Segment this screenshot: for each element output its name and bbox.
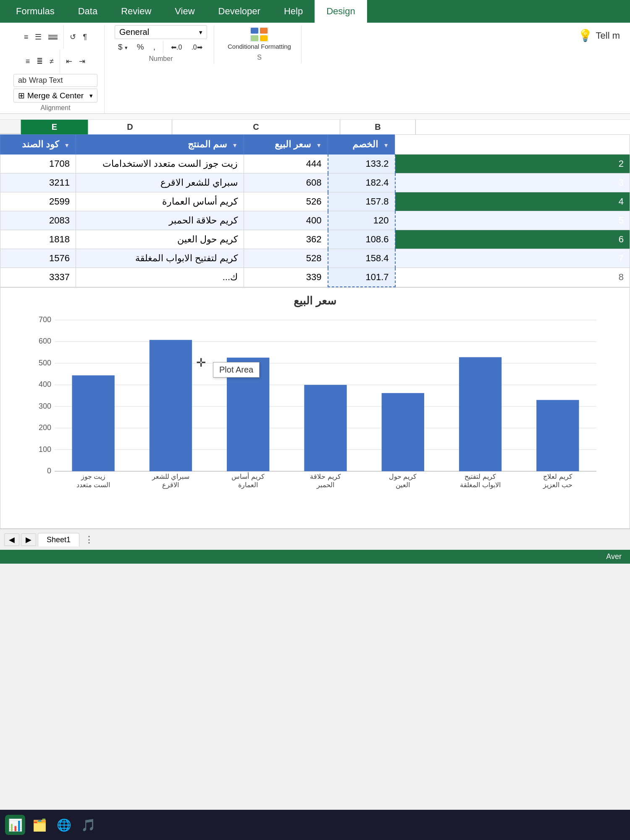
cell-price-3[interactable]: 400 (244, 211, 328, 230)
cell-discount-4[interactable]: 108.6 (328, 230, 395, 249)
cell-product-4[interactable]: كريم حول العين (76, 230, 244, 249)
row-num-7: 7 (395, 249, 630, 268)
sheet-more-button[interactable]: ⋮ (81, 533, 97, 546)
col-header-E[interactable]: E (21, 120, 88, 134)
cell-discount-1[interactable]: 182.4 (328, 173, 395, 192)
percent-button[interactable]: % (134, 41, 147, 53)
bar-1[interactable] (150, 340, 192, 471)
tell-me-section: 💡 Tell m (575, 25, 623, 46)
cell-discount-2[interactable]: 157.8 (328, 192, 395, 211)
svg-text:600: 600 (39, 337, 51, 345)
bar-0[interactable] (72, 375, 114, 471)
dollar-button[interactable]: $ ▾ (115, 41, 131, 53)
filter-arrow-product[interactable]: ▼ (232, 142, 238, 149)
filter-arrow-code[interactable]: ▼ (64, 142, 70, 149)
decrease-indent-button[interactable]: ⇤ (63, 55, 75, 68)
bar-6[interactable] (536, 400, 579, 471)
align-bottom-button[interactable] (46, 33, 60, 41)
tab-developer[interactable]: Developer (207, 0, 272, 23)
ribbon-tabs: Formulas Data Review View Developer Help… (0, 0, 630, 23)
wrap-text-button[interactable]: ab Wrap Text (13, 74, 97, 87)
chart-svg[interactable]: 0100200300400500600700 زيت جوزالست متعدد… (7, 312, 623, 513)
th-discount[interactable]: ▼ الخصم (328, 135, 395, 155)
increase-decimal-button[interactable]: ⬅.0 (168, 42, 185, 53)
cell-price-4[interactable]: 362 (244, 230, 328, 249)
svg-rect-2 (260, 28, 268, 34)
taskbar-icon-0[interactable]: 📊 (5, 815, 25, 835)
cell-product-1[interactable]: سبراي للشعر الاقرع (76, 173, 244, 192)
tab-data[interactable]: Data (66, 0, 109, 23)
tab-view[interactable]: View (163, 0, 206, 23)
cell-price-6[interactable]: 339 (244, 268, 328, 287)
cell-code-0[interactable]: 1708 (0, 155, 76, 173)
bar-3[interactable] (304, 385, 346, 471)
cell-code-4[interactable]: 1818 (0, 230, 76, 249)
svg-text:400: 400 (39, 380, 51, 388)
align-left-button[interactable]: ≡ (23, 55, 33, 68)
bar-4[interactable] (382, 393, 424, 471)
cell-product-3[interactable]: كريم حلاقة الحمبر (76, 211, 244, 230)
cell-code-6[interactable]: 3337 (0, 268, 76, 287)
cell-code-3[interactable]: 2083 (0, 211, 76, 230)
bar-5[interactable] (459, 357, 501, 471)
x-label-4: كريم حولالعين (389, 473, 417, 489)
align-right-button[interactable]: ≠ (47, 55, 56, 68)
taskbar-icon-3[interactable]: 🎵 (78, 815, 98, 835)
cell-price-1[interactable]: 608 (244, 173, 328, 192)
col-header-D[interactable]: D (88, 120, 172, 134)
cell-discount-6[interactable]: 101.7 (328, 268, 395, 287)
average-label: Aver (606, 552, 622, 561)
col-header-B[interactable]: B (340, 120, 416, 134)
filter-arrow-price[interactable]: ▼ (316, 142, 322, 149)
merge-dropdown-icon[interactable]: ▾ (89, 92, 93, 100)
comma-button[interactable]: , (150, 41, 159, 53)
align-middle-button[interactable]: ☰ (32, 31, 44, 43)
cell-product-5[interactable]: كريم لتفتيح الابواب المغلقة (76, 249, 244, 268)
cell-code-1[interactable]: 3211 (0, 173, 76, 192)
cell-product-0[interactable]: زيت جوز الست متعدد الاستخدامات (76, 155, 244, 173)
alignment-group-label: Alignment (40, 104, 70, 112)
cell-code-2[interactable]: 2599 (0, 192, 76, 211)
orientation-button[interactable]: ↺ (67, 31, 79, 43)
alignment-group: ≡ ☰ ↺ ¶ ≡ ≣ ≠ ⇤ ⇥ ab Wrap Text (7, 25, 105, 113)
format-dropdown[interactable]: General ▾ (115, 25, 207, 39)
tab-design[interactable]: Design (315, 0, 367, 23)
th-product[interactable]: ▼ سم المنتج (76, 135, 244, 155)
taskbar-icon-2[interactable]: 🌐 (54, 815, 74, 835)
cell-discount-3[interactable]: 120 (328, 211, 395, 230)
dollar-icon: $ (118, 42, 123, 51)
decrease-decimal-button[interactable]: .0➡ (188, 42, 205, 53)
indent-increase-button[interactable]: ¶ (80, 31, 89, 43)
conditional-formatting-button[interactable]: Conditional Formatting (224, 25, 294, 52)
increase-indent-button[interactable]: ⇥ (76, 55, 88, 68)
sheet-prev-button[interactable]: ◀ (4, 533, 19, 546)
align-row2: ≡ ≣ ≠ ⇤ ⇥ (23, 50, 88, 73)
cell-discount-5[interactable]: 158.4 (328, 249, 395, 268)
th-code[interactable]: ▼ كود الصند (0, 135, 76, 155)
percent-icon: % (137, 42, 144, 51)
sheet-next-button[interactable]: ▶ (21, 533, 36, 546)
cell-code-5[interactable]: 1576 (0, 249, 76, 268)
chart-svg-wrapper[interactable]: 0100200300400500600700 زيت جوزالست متعدد… (7, 312, 623, 522)
tab-review[interactable]: Review (109, 0, 163, 23)
col-header-C[interactable]: C (172, 120, 340, 134)
cell-price-5[interactable]: 528 (244, 249, 328, 268)
bar-2[interactable] (227, 357, 269, 471)
align-top-button[interactable]: ≡ (21, 31, 31, 43)
formula-bar-spacer (0, 114, 630, 120)
cell-price-0[interactable]: 444 (244, 155, 328, 173)
align-center-button[interactable]: ≣ (34, 55, 45, 68)
cell-product-2[interactable]: كريم أساس العمارة (76, 192, 244, 211)
filter-arrow-discount[interactable]: ▼ (383, 142, 389, 149)
th-price[interactable]: ▼ سعر البيع (244, 135, 328, 155)
tab-formulas[interactable]: Formulas (4, 0, 66, 23)
merge-center-button[interactable]: ⊞ Merge & Center ▾ (13, 89, 97, 102)
chart-area[interactable]: سعر البيع 0100200300400500600700 زيت جوز… (0, 287, 630, 529)
cell-discount-0[interactable]: 133.2 (328, 155, 395, 173)
taskbar-icon-1[interactable]: 🗂️ (29, 815, 50, 835)
cell-product-6[interactable]: ك... (76, 268, 244, 287)
tab-help[interactable]: Help (272, 0, 315, 23)
sheet-tab-1[interactable]: Sheet1 (38, 533, 79, 546)
cell-price-2[interactable]: 526 (244, 192, 328, 211)
x-label-3: كريم حلاقةالحمبر (310, 473, 341, 489)
